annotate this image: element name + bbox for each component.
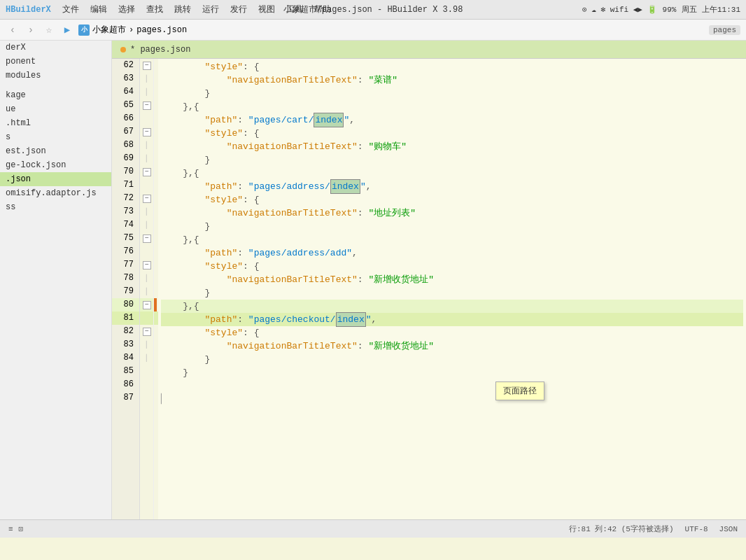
- sidebar-item-9[interactable]: ge-lock.json: [0, 158, 111, 172]
- line-num-82: 82: [112, 325, 139, 338]
- tooltip-text: 页面路径: [503, 386, 537, 396]
- menu-bar[interactable]: HBuilderX 文件 编辑 选择 查找 跳转 运行 发行 视图 工具 帮助: [0, 0, 337, 19]
- code-line-72: "style": {: [161, 193, 743, 206]
- line-num-72: 72: [112, 192, 139, 205]
- sidebar-item-1[interactable]: ponent: [0, 55, 111, 69]
- editor-file-tab[interactable]: * pages.json: [112, 41, 746, 59]
- fold-77[interactable]: −: [140, 258, 153, 272]
- sidebar-item-12[interactable]: ss: [0, 200, 111, 214]
- menu-run[interactable]: 运行: [197, 4, 225, 15]
- code-line-85: }: [161, 366, 743, 379]
- line-num-65: 65: [112, 99, 139, 112]
- fold-74: │: [140, 218, 153, 232]
- line-num-81: 81: [112, 312, 139, 325]
- sidebar-item-11[interactable]: omisify.adaptor.js: [0, 186, 111, 200]
- code-line-73: "navigationBarTitleText": "地址列表": [161, 206, 743, 220]
- fold-80[interactable]: −: [140, 298, 153, 312]
- status-left: ≡ ⊡: [8, 524, 23, 533]
- nav-bar: ‹ › ☆ ▶ 小 小象超市 › pages.json pages: [0, 20, 746, 41]
- menu-hbuilderx[interactable]: HBuilderX: [0, 5, 57, 15]
- line-num-71: 71: [112, 178, 139, 192]
- fold-70[interactable]: −: [140, 165, 153, 178]
- code-line-71: "path": "pages/address/index",: [161, 180, 743, 193]
- menu-view[interactable]: 视图: [253, 4, 281, 15]
- line-num-63: 63: [112, 72, 139, 85]
- menu-publish[interactable]: 发行: [225, 4, 253, 15]
- code-line-76: "path": "pages/address/add",: [161, 246, 743, 260]
- fold-82[interactable]: −: [140, 325, 153, 338]
- status-icon-menu[interactable]: ≡: [8, 525, 13, 533]
- back-button[interactable]: ‹: [6, 23, 20, 37]
- sidebar-item-5[interactable]: ue: [0, 102, 111, 116]
- bookmark-button[interactable]: ☆: [42, 23, 56, 37]
- code-line-82: "style": {: [161, 326, 743, 340]
- menu-tools[interactable]: 工具: [281, 4, 309, 15]
- breadcrumb-sep: ›: [129, 25, 134, 35]
- forward-button[interactable]: ›: [24, 23, 38, 37]
- code-line-66: "path": "pages/cart/index",: [161, 113, 743, 127]
- sidebar: derX ponent modules kage ue .html s est.…: [0, 41, 112, 519]
- file-name-nav[interactable]: pages.json: [136, 25, 187, 35]
- code-line-79: }: [161, 286, 743, 300]
- sidebar-item-3[interactable]: [0, 83, 111, 88]
- gutter-80-marker: [154, 298, 157, 312]
- fold-71: [140, 178, 153, 192]
- sidebar-item-0[interactable]: derX: [0, 41, 111, 55]
- run-button[interactable]: ▶: [60, 23, 74, 37]
- system-icons: ⊙ ☁ ✻ wifi ◀▶ 🔋: [582, 5, 657, 14]
- fold-indicators[interactable]: − │ │ − − │ │ − − │ │ − − │ │ − −: [140, 59, 154, 519]
- line-num-66: 66: [112, 112, 139, 125]
- code-line-69: }: [161, 153, 743, 167]
- code-line-67: "style": {: [161, 127, 743, 140]
- fold-84: │: [140, 351, 153, 365]
- menu-select[interactable]: 选择: [113, 4, 141, 15]
- fold-75[interactable]: −: [140, 232, 153, 245]
- fold-73: │: [140, 205, 153, 218]
- code-line-81: "path": "pages/checkout/index",: [161, 313, 743, 326]
- code-line-77: "style": {: [161, 260, 743, 273]
- pages-tab-badge[interactable]: pages: [709, 25, 740, 35]
- code-line-84: }: [161, 353, 743, 366]
- code-content[interactable]: "style": { "navigationBarTitleText": "菜谱…: [158, 59, 746, 519]
- menu-help[interactable]: 帮助: [309, 4, 337, 15]
- sidebar-item-6[interactable]: .html: [0, 116, 111, 130]
- menu-edit[interactable]: 编辑: [85, 4, 113, 15]
- menu-jump[interactable]: 跳转: [169, 4, 197, 15]
- line-num-73: 73: [112, 205, 139, 218]
- sidebar-item-4[interactable]: kage: [0, 88, 111, 102]
- line-num-87: 87: [112, 391, 139, 405]
- fold-62[interactable]: −: [140, 59, 153, 72]
- menu-file[interactable]: 文件: [57, 4, 85, 15]
- battery-level: 99%: [663, 6, 677, 14]
- cursor-position: 行:81 列:42 (5字符被选择): [569, 524, 674, 534]
- fold-79: │: [140, 285, 153, 298]
- line-num-75: 75: [112, 232, 139, 245]
- fold-63: │: [140, 72, 153, 85]
- editor-area[interactable]: * pages.json 62 63 64 65 66 67 68 69 70 …: [112, 41, 746, 519]
- status-right: 行:81 列:42 (5字符被选择) UTF-8 JSON: [569, 524, 738, 534]
- fold-67[interactable]: −: [140, 125, 153, 139]
- line-num-85: 85: [112, 365, 139, 378]
- code-editor[interactable]: 62 63 64 65 66 67 68 69 70 71 72 73 74 7…: [112, 59, 746, 519]
- code-line-68: "navigationBarTitleText": "购物车": [161, 140, 743, 153]
- editor-tab-label: * pages.json: [130, 45, 190, 55]
- fold-81: [140, 312, 153, 325]
- status-bar: ≡ ⊡ 行:81 列:42 (5字符被选择) UTF-8 JSON: [0, 519, 746, 538]
- sidebar-item-2[interactable]: modules: [0, 69, 111, 83]
- sidebar-item-7[interactable]: s: [0, 130, 111, 144]
- menu-find[interactable]: 查找: [141, 4, 169, 15]
- fold-72[interactable]: −: [140, 192, 153, 205]
- code-line-65: },{: [161, 100, 743, 113]
- title-bar: HBuilderX 文件 编辑 选择 查找 跳转 运行 发行 视图 工具 帮助 …: [0, 0, 746, 20]
- sidebar-item-8[interactable]: est.json: [0, 144, 111, 158]
- line-num-62: 62: [112, 59, 139, 72]
- datetime: 周五 上午11:31: [682, 4, 740, 15]
- sidebar-item-10[interactable]: .json: [0, 172, 111, 186]
- line-num-83: 83: [112, 338, 139, 351]
- code-line-64: }: [161, 87, 743, 100]
- code-line-75: },{: [161, 233, 743, 246]
- fold-65[interactable]: −: [140, 99, 153, 112]
- project-name[interactable]: 小象超市: [92, 24, 126, 36]
- line-num-77: 77: [112, 258, 139, 272]
- status-icon-layout[interactable]: ⊡: [19, 524, 24, 533]
